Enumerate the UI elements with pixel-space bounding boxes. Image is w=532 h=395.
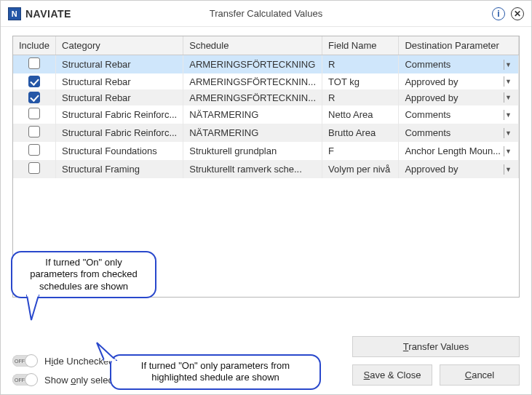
callout-tail-icon — [100, 346, 119, 362]
cell-schedule: Strukturell grundplan — [183, 142, 322, 160]
cell-category: Structural Framing — [56, 160, 183, 178]
cell-dest[interactable]: Comments▼ — [399, 124, 519, 142]
dialog-title: Transfer Calculated Values — [1, 8, 531, 19]
cell-schedule: NÄTARMERING — [183, 124, 322, 142]
toggle-hide-unchecked[interactable]: OFF — [12, 355, 37, 367]
cell-field: F — [322, 142, 399, 160]
callout-show-selected: If turned "On" only parameters from high… — [110, 354, 321, 390]
cell-dest[interactable]: Approved by▼ — [399, 89, 519, 105]
chevron-down-icon[interactable]: ▼ — [504, 110, 512, 120]
include-checkbox[interactable] — [28, 92, 40, 103]
cell-category: Structural Fabric Reinforc... — [56, 124, 183, 142]
dialog-window: N NAVIATE Transfer Calculated Values i ✕… — [0, 0, 532, 395]
cancel-button[interactable]: Cancel — [440, 364, 520, 386]
include-checkbox[interactable] — [28, 108, 40, 119]
toggle-show-selected[interactable]: OFF — [12, 374, 37, 386]
include-checkbox[interactable] — [28, 126, 40, 137]
table-row[interactable]: Structural FoundationsStrukturell grundp… — [13, 142, 519, 160]
chevron-down-icon[interactable]: ▼ — [504, 146, 512, 156]
chevron-down-icon[interactable]: ▼ — [504, 164, 512, 175]
table-row[interactable]: Structural RebarARMERINGSFÖRTECKNIN...TO… — [13, 73, 519, 89]
cell-field: TOT kg — [322, 73, 399, 89]
cell-category: Structural Rebar — [56, 55, 183, 74]
col-schedule[interactable]: Schedule — [183, 36, 322, 55]
cell-field: Volym per nivå — [322, 160, 399, 178]
cell-field: Brutto Area — [322, 124, 399, 142]
include-checkbox[interactable] — [28, 144, 40, 156]
cell-dest[interactable]: Comments▼ — [399, 105, 519, 124]
table-row[interactable]: Structural RebarARMERINGSFÖRTECKNIN...RA… — [13, 89, 519, 105]
titlebar: N NAVIATE Transfer Calculated Values i ✕ — [1, 1, 531, 27]
cell-schedule: ARMERINGSFÖRTECKNIN... — [183, 73, 322, 89]
cell-category: Structural Rebar — [56, 89, 183, 105]
col-dest[interactable]: Destination Parameter — [399, 36, 519, 55]
cell-dest[interactable]: Comments▼ — [399, 55, 519, 74]
cell-dest[interactable]: Approved by▼ — [399, 160, 519, 178]
cell-field: R — [322, 89, 399, 105]
table-row[interactable]: Structural Fabric Reinforc...NÄTARMERING… — [13, 124, 519, 142]
cell-category: Structural Fabric Reinforc... — [56, 105, 183, 124]
table-row[interactable]: Structural Fabric Reinforc...NÄTARMERING… — [13, 105, 519, 124]
col-category[interactable]: Category — [56, 36, 183, 55]
button-group: Transfer Values Save & Close Cancel — [352, 336, 520, 386]
col-field[interactable]: Field Name — [322, 36, 399, 55]
cell-dest[interactable]: Approved by▼ — [399, 73, 519, 89]
cell-category: Structural Foundations — [56, 142, 183, 160]
chevron-down-icon[interactable]: ▼ — [504, 60, 512, 70]
cell-schedule: ARMERINGSFÖRTECKNING — [183, 55, 322, 74]
table-row[interactable]: Structural FramingStrukturellt ramverk s… — [13, 160, 519, 178]
chevron-down-icon[interactable]: ▼ — [504, 128, 512, 138]
cell-category: Structural Rebar — [56, 73, 183, 89]
transfer-values-button[interactable]: Transfer Values — [352, 336, 520, 357]
include-checkbox[interactable] — [28, 162, 40, 174]
include-checkbox[interactable] — [28, 76, 40, 87]
header-row: Include Category Schedule Field Name Des… — [13, 36, 519, 55]
save-close-button[interactable]: Save & Close — [352, 364, 432, 386]
cell-schedule: Strukturellt ramverk sche... — [183, 160, 322, 178]
callout-tail-icon — [25, 295, 43, 322]
cell-field: R — [322, 55, 399, 74]
cell-field: Netto Area — [322, 105, 399, 124]
cell-schedule: NÄTARMERING — [183, 105, 322, 124]
chevron-down-icon[interactable]: ▼ — [504, 76, 512, 87]
cell-dest[interactable]: Anchor Length Moun...▼ — [399, 142, 519, 160]
include-checkbox[interactable] — [28, 57, 40, 69]
callout-hide-unchecked: If turned "On" only parameters from chec… — [11, 251, 156, 298]
chevron-down-icon[interactable]: ▼ — [504, 92, 512, 103]
cell-schedule: ARMERINGSFÖRTECKNIN... — [183, 89, 322, 105]
col-include[interactable]: Include — [13, 36, 56, 55]
table-row[interactable]: Structural RebarARMERINGSFÖRTECKNINGRCom… — [13, 55, 519, 74]
